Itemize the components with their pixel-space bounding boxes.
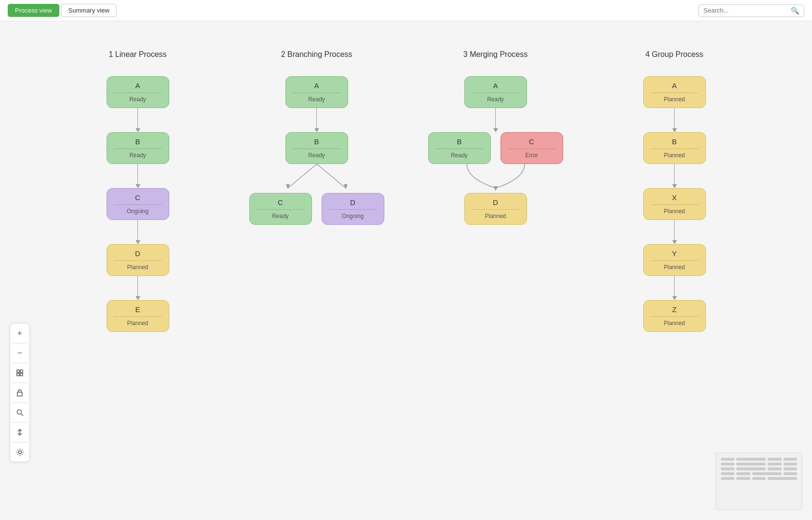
svg-rect-7	[17, 373, 19, 376]
linear-node-b-status: Ready	[114, 152, 162, 159]
branching-node-c[interactable]: C Ready	[249, 193, 312, 225]
merge-svg	[443, 164, 549, 193]
arrow-group-x-y	[672, 220, 677, 244]
group-node-y-status: Planned	[650, 264, 699, 271]
branch-svg	[264, 164, 370, 193]
merging-node-c[interactable]: C Error	[501, 132, 563, 164]
group-node-z[interactable]: Z Planned	[643, 300, 706, 332]
zoom-in-button[interactable]: +	[12, 326, 27, 341]
processes-container: 1 Linear Process A Ready B Ready	[0, 21, 812, 332]
merging-node-a[interactable]: A Ready	[464, 76, 527, 108]
minimap-block	[768, 463, 781, 465]
group-node-a[interactable]: A Planned	[643, 76, 706, 108]
svg-line-19	[22, 454, 22, 454]
merging-node-b-label: B	[435, 137, 484, 146]
branching-node-a[interactable]: A Ready	[285, 76, 348, 108]
expand-button[interactable]	[12, 424, 27, 440]
branching-node-d[interactable]: D Ongoing	[322, 193, 384, 225]
arrow-d-e	[135, 276, 140, 300]
merging-node-c-label: C	[508, 137, 556, 146]
group-node-z-status: Planned	[650, 320, 699, 327]
linear-node-b[interactable]: B Ready	[107, 132, 169, 164]
linear-node-a[interactable]: A Ready	[107, 76, 169, 108]
minimap-block	[784, 463, 797, 465]
tab-summary-view[interactable]: Summary view	[61, 4, 117, 17]
svg-marker-4	[494, 186, 498, 191]
minimap-block	[768, 477, 797, 480]
merging-flow: A Ready B Ready C	[428, 76, 563, 225]
svg-rect-9	[17, 392, 22, 396]
minimap-block	[721, 458, 734, 461]
svg-point-13	[18, 451, 21, 453]
svg-line-0	[288, 164, 317, 188]
branching-node-b[interactable]: B Ready	[285, 132, 348, 164]
arrow-b-c	[135, 164, 140, 188]
svg-rect-8	[20, 373, 23, 376]
minimap-block	[736, 472, 750, 475]
branching-flow: A Ready B Ready	[249, 76, 384, 225]
svg-line-20	[22, 450, 22, 450]
merge-bc-row: B Ready C Error	[428, 132, 563, 164]
search-canvas-button[interactable]	[12, 405, 27, 420]
group-node-b[interactable]: B Planned	[643, 132, 706, 164]
header: Process view Summary view 🔍	[0, 0, 812, 21]
arrow-group-a-b	[672, 108, 677, 132]
group-node-y[interactable]: Y Planned	[643, 244, 706, 276]
search-icon: 🔍	[791, 7, 799, 14]
fit-button[interactable]	[12, 365, 27, 381]
merging-node-a-label: A	[472, 82, 520, 90]
minimap-block	[784, 467, 797, 470]
linear-node-d[interactable]: D Planned	[107, 244, 169, 276]
arrow-a-b	[135, 108, 140, 132]
tab-process-view[interactable]: Process view	[8, 4, 59, 17]
lock-button[interactable]	[12, 385, 27, 400]
svg-point-10	[17, 410, 21, 414]
svg-rect-6	[20, 370, 23, 372]
sun-button[interactable]	[12, 444, 27, 460]
group-node-z-label: Z	[650, 305, 699, 314]
minimap-block	[784, 472, 797, 475]
merging-node-d-status: Planned	[472, 213, 520, 219]
arrow-group-y-z	[672, 276, 677, 300]
branching-node-a-status: Ready	[293, 96, 341, 103]
process-group: 4 Group Process A Planned B Planned	[585, 50, 764, 332]
process-branching: 2 Branching Process A Ready B Ready	[227, 50, 406, 225]
merging-node-b-status: Ready	[435, 152, 484, 159]
minimap-block	[752, 477, 766, 480]
merging-title: 3 Merging Process	[463, 50, 528, 59]
tab-bar: Process view Summary view	[8, 4, 117, 17]
group-node-b-label: B	[650, 137, 699, 146]
minimap-block	[721, 477, 734, 480]
group-node-x[interactable]: X Planned	[643, 188, 706, 220]
merging-node-d[interactable]: D Planned	[464, 193, 527, 225]
branching-node-b-label: B	[293, 137, 341, 146]
process-linear: 1 Linear Process A Ready B Ready	[48, 50, 227, 332]
search-input[interactable]	[704, 7, 788, 14]
linear-node-e-label: E	[114, 305, 162, 314]
svg-line-21	[17, 454, 18, 454]
linear-node-a-status: Ready	[114, 96, 162, 103]
minimap-block	[736, 458, 766, 461]
process-merging: 3 Merging Process A Ready B	[406, 50, 585, 225]
arrow-c-d	[135, 220, 140, 244]
branching-node-c-status: Ready	[257, 213, 305, 219]
group-node-x-status: Planned	[650, 208, 699, 215]
group-node-a-label: A	[650, 82, 699, 90]
branching-node-d-status: Ongoing	[329, 213, 377, 219]
arrow-branch-a-b	[314, 108, 319, 132]
linear-node-e[interactable]: E Planned	[107, 300, 169, 332]
arrow-group-b-x	[672, 164, 677, 188]
group-node-y-label: Y	[650, 249, 699, 258]
branching-node-c-label: C	[257, 198, 305, 206]
merging-node-b[interactable]: B Ready	[428, 132, 491, 164]
linear-node-c-label: C	[114, 193, 162, 202]
zoom-controls: + −	[10, 323, 30, 462]
linear-node-c[interactable]: C Ongoing	[107, 188, 169, 220]
svg-line-1	[317, 164, 346, 188]
branching-node-b-status: Ready	[293, 152, 341, 159]
minimap-block	[721, 472, 734, 475]
svg-line-11	[21, 414, 23, 416]
zoom-out-button[interactable]: −	[12, 345, 27, 361]
minimap-block	[736, 477, 750, 480]
merging-node-c-status: Error	[508, 152, 556, 159]
